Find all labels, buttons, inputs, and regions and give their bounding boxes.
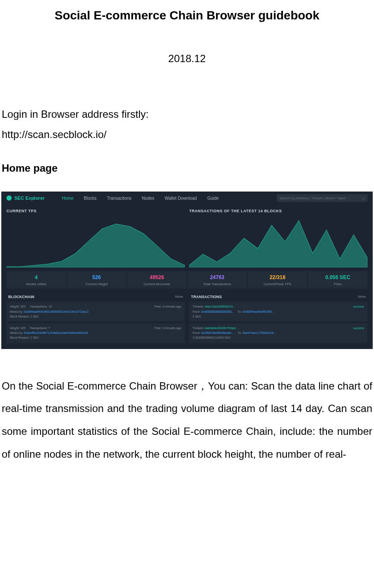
label: TxHash:: [193, 305, 204, 308]
nav-home[interactable]: Home: [62, 196, 73, 201]
blockchain-title: BLOCKCHAIN: [8, 295, 35, 299]
nav-wallet-download[interactable]: Wallet Download: [165, 196, 197, 201]
tx-hash[interactable]: 0ab0a04c6546b7f93ad…: [205, 327, 239, 330]
topbar: SEC Explorer Home Blocks Transactions No…: [1, 192, 373, 204]
stat-label: Price: [309, 282, 367, 286]
logo-text: SEC Explorer: [14, 195, 44, 201]
label: Height:: [10, 305, 19, 308]
blockchain-more-link[interactable]: More: [175, 295, 183, 299]
miner-address[interactable]: 0x0edf0c2c5df9f71293a02ca3ab93a9dd960e28: [24, 331, 88, 334]
stat-tps: 22/318 Current/Peak TPS: [248, 271, 307, 289]
label: Height:: [10, 327, 19, 330]
tx-from[interactable]: 0x289478a90b30ea0e…: [201, 331, 235, 334]
block-time: Time: 3 minutes ago: [154, 304, 181, 309]
stat-value: 22/318: [249, 274, 307, 280]
label: Transactions:: [29, 327, 48, 330]
stat-label: Current/Peak TPS: [249, 282, 307, 286]
tx-status: success: [353, 326, 364, 330]
nav-blocks[interactable]: Blocks: [84, 196, 96, 201]
search-input[interactable]: Search by Address / Txhash / Block / Tok…: [277, 194, 368, 202]
miner-address[interactable]: 0x0095aa4fdf190010005f3022e6219b1072da13: [24, 310, 89, 313]
label: Mined by:: [10, 331, 23, 334]
section-heading: Home page: [0, 162, 374, 174]
tx-to[interactable]: 0x00095aa4fa9ff1900…: [243, 310, 275, 313]
chart-tps: CURRENT TPS: [6, 209, 185, 267]
stat-value: 526: [68, 274, 126, 280]
block-row[interactable]: Height: 325 Transactions: 7 Mined by: 0x…: [6, 323, 185, 343]
block-time: Time: 3 minutes ago: [154, 326, 181, 330]
label: TxHash:: [193, 327, 204, 330]
block-reward: 2 SEC: [30, 336, 39, 339]
block-reward: 2 SEC: [30, 315, 39, 318]
transactions-title: TRANSACTIONS: [191, 295, 222, 299]
label: To:: [238, 331, 242, 334]
stat-label: Current Accounts: [128, 282, 186, 286]
nav-transactions[interactable]: Transactions: [107, 196, 131, 201]
label: Block Reward:: [10, 336, 29, 339]
stat-current-accounts: 49526 Current Accounts: [127, 271, 187, 289]
block-row[interactable]: Height: 325 Transactions: 19 Mined by: 0…: [6, 302, 185, 321]
doc-title: Social E-commerce Chain Browser guideboo…: [0, 0, 374, 22]
block-tx-count: 19: [48, 305, 52, 308]
app-logo[interactable]: SEC Explorer: [6, 195, 44, 201]
main-nav: Home Blocks Transactions Nodes Wallet Do…: [62, 196, 219, 201]
stat-value: 4: [7, 274, 65, 280]
nav-nodes[interactable]: Nodes: [142, 196, 154, 201]
doc-date: 2018.12: [0, 53, 374, 65]
chart-tps-area: [6, 216, 185, 267]
block-tx-count: 7: [48, 327, 50, 330]
chart-tx14: TRANSACTIONS OF THE LATEST 14 BLOCKS: [189, 209, 368, 267]
search-placeholder: Search by Address / Txhash / Block / Tok…: [279, 196, 346, 200]
stat-nodes-online: 4 Nodes online: [6, 271, 66, 289]
label: Block Reward:: [10, 315, 29, 318]
app-screenshot: SEC Explorer Home Blocks Transactions No…: [1, 192, 373, 349]
stats-row: 4 Nodes online 526 Current Height 49526 …: [1, 267, 373, 292]
label: From:: [193, 331, 200, 334]
block-height: 325: [20, 327, 25, 330]
intro-line: Login in Browser address firstly:: [0, 104, 374, 125]
browser-url: http://scan.secblock.io/: [0, 129, 374, 141]
tx-from[interactable]: 0x0000000000000000…: [201, 310, 235, 313]
stat-label: Nodes online: [7, 282, 65, 286]
stat-current-height: 526 Current Height: [67, 271, 127, 289]
stat-price: 0.056 SEC Price: [308, 271, 368, 289]
stat-value: 24763: [188, 274, 246, 280]
stat-label: Total Transactions: [188, 282, 246, 286]
tx-row[interactable]: TxHash: 0ab0a04c6546b7f93ad… From: 0x289…: [189, 323, 368, 343]
logo-icon: [6, 195, 12, 201]
stat-value: 0.056 SEC: [309, 274, 367, 280]
tx-amount: 3.30398926862114453 SEC: [193, 335, 364, 340]
block-height: 325: [20, 305, 25, 308]
stat-value: 49526: [128, 274, 186, 280]
label: Mined by:: [10, 310, 23, 313]
stat-total-transactions: 24763 Total Transactions: [187, 271, 247, 289]
nav-guide[interactable]: Guide: [207, 196, 219, 201]
tx-hash[interactable]: 0aa116a4d20f002cf1…: [205, 305, 236, 308]
tx-amount: 2 SEC: [193, 314, 364, 319]
chart-tx14-title: TRANSACTIONS OF THE LATEST 14 BLOCKS: [189, 209, 368, 213]
tx-to[interactable]: 0x6d7eae11750d61f18…: [243, 331, 277, 334]
transactions-more-link[interactable]: More: [358, 295, 366, 299]
chart-tps-title: CURRENT TPS: [6, 209, 185, 213]
tx-row[interactable]: TxHash: 0aa116a4d20f002cf1… From: 0x0000…: [189, 302, 368, 321]
search-icon[interactable]: ⌕: [362, 196, 365, 201]
tx-status: success: [353, 304, 364, 309]
label: To:: [238, 310, 242, 313]
body-paragraph: On the Social E-commerce Chain Browser，Y…: [0, 375, 374, 466]
chart-tx14-area: [189, 216, 368, 267]
transactions-panel: TRANSACTIONS More TxHash: 0aa116a4d20f00…: [189, 292, 368, 344]
blockchain-panel: BLOCKCHAIN More Height: 325 Transactions…: [6, 292, 185, 344]
label: From:: [193, 310, 200, 313]
label: Transactions:: [29, 305, 48, 308]
stat-label: Current Height: [68, 282, 126, 286]
